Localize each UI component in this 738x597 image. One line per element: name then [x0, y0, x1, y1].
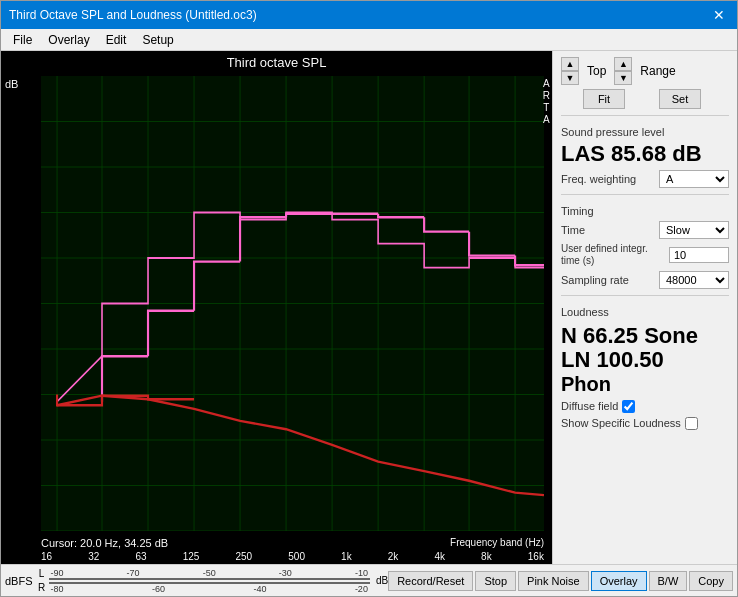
phon-value: Phon: [561, 373, 729, 396]
time-select[interactable]: Slow Fast Impulse Peak: [659, 221, 729, 239]
menu-edit[interactable]: Edit: [98, 31, 135, 48]
right-panel: ▲ ▼ Top ▲ ▼ Range Fit Set Sound pressure…: [552, 51, 737, 564]
fit-button[interactable]: Fit: [583, 89, 625, 109]
user-defined-input[interactable]: [669, 247, 729, 263]
bottom-buttons: Record/Reset Stop Pink Noise Overlay B/W…: [388, 571, 733, 591]
r-meter-bar: [49, 582, 370, 584]
divider-1: [561, 115, 729, 116]
menu-file[interactable]: File: [5, 31, 40, 48]
sampling-rate-select[interactable]: 48000 44100 96000: [659, 271, 729, 289]
sampling-rate-label: Sampling rate: [561, 274, 629, 286]
db-unit-label: dB: [376, 575, 388, 586]
range-nav-group: ▲ ▼: [614, 57, 632, 85]
timing-section-label: Timing: [561, 205, 729, 217]
status-bar: dBFS L -90 -70 -50 -30 -10 R: [1, 564, 737, 596]
user-defined-label: User defined integr. time (s): [561, 243, 651, 267]
level-meter-container: L -90 -70 -50 -30 -10 R: [37, 568, 370, 594]
freq-axis: 16 32 63 125 250 500 1k 2k 4k 8k 16k: [41, 551, 544, 562]
menu-bar: File Overlay Edit Setup: [1, 29, 737, 51]
nav-controls-row: ▲ ▼ Top ▲ ▼ Range: [561, 57, 729, 85]
diffuse-field-label: Diffuse field: [561, 400, 618, 412]
l-meter-bar: [49, 578, 370, 580]
record-reset-button[interactable]: Record/Reset: [388, 571, 473, 591]
divider-3: [561, 295, 729, 296]
cursor-info: Cursor: 20.0 Hz, 34.25 dB Frequency band…: [41, 535, 544, 551]
spl-section-label: Sound pressure level: [561, 126, 729, 138]
r-channel-label: R: [37, 582, 47, 593]
spl-value: LAS 85.68 dB: [561, 142, 729, 166]
top-down-button[interactable]: ▼: [561, 71, 579, 85]
chart-bottom: Cursor: 20.0 Hz, 34.25 dB Frequency band…: [1, 535, 552, 564]
chart-title: Third octave SPL: [1, 51, 552, 72]
title-bar: Third Octave SPL and Loudness (Untitled.…: [1, 1, 737, 29]
freq-weighting-select[interactable]: A C Z: [659, 170, 729, 188]
user-defined-row: User defined integr. time (s): [561, 243, 729, 267]
time-label: Time: [561, 224, 585, 236]
freq-weighting-row: Freq. weighting A C Z: [561, 170, 729, 188]
chart-area: Third octave SPL dB ARTA: [1, 51, 552, 564]
n-value: N 66.25 Sone: [561, 324, 729, 348]
close-button[interactable]: ✕: [709, 7, 729, 23]
chart-container: dB ARTA: [1, 72, 552, 535]
time-row: Time Slow Fast Impulse Peak: [561, 221, 729, 239]
menu-overlay[interactable]: Overlay: [40, 31, 97, 48]
top-up-button[interactable]: ▲: [561, 57, 579, 71]
freq-band-label: Frequency band (Hz): [450, 537, 544, 549]
l-meter-row: L -90 -70 -50 -30 -10: [37, 568, 370, 580]
main-content: Third octave SPL dB ARTA: [1, 51, 737, 564]
show-specific-loudness-checkbox[interactable]: [685, 417, 698, 430]
ln-value: LN 100.50: [561, 348, 729, 372]
bw-button[interactable]: B/W: [649, 571, 688, 591]
main-window: Third Octave SPL and Loudness (Untitled.…: [0, 0, 738, 597]
overlay-button[interactable]: Overlay: [591, 571, 647, 591]
diffuse-field-row: Diffuse field: [561, 400, 729, 413]
top-nav-group: ▲ ▼: [561, 57, 579, 85]
window-title: Third Octave SPL and Loudness (Untitled.…: [9, 8, 257, 22]
range-up-button[interactable]: ▲: [614, 57, 632, 71]
dbfs-label: dBFS: [5, 575, 33, 587]
copy-button[interactable]: Copy: [689, 571, 733, 591]
l-channel-label: L: [37, 568, 47, 579]
show-specific-loudness-label: Show Specific Loudness: [561, 417, 681, 429]
freq-weighting-label: Freq. weighting: [561, 173, 636, 185]
db-axis-label: dB: [5, 78, 18, 90]
loudness-section-label: Loudness: [561, 306, 729, 318]
range-down-button[interactable]: ▼: [614, 71, 632, 85]
r-meter-row: R -80 -60 -40 -20: [37, 582, 370, 594]
set-button[interactable]: Set: [659, 89, 701, 109]
sampling-rate-row: Sampling rate 48000 44100 96000: [561, 271, 729, 289]
fit-set-row: Fit Set: [561, 89, 729, 109]
arta-label: ARTA: [543, 78, 550, 126]
range-label: Range: [640, 64, 675, 78]
menu-setup[interactable]: Setup: [134, 31, 181, 48]
loudness-values: N 66.25 Sone LN 100.50 Phon: [561, 324, 729, 395]
stop-button[interactable]: Stop: [475, 571, 516, 591]
pink-noise-button[interactable]: Pink Noise: [518, 571, 589, 591]
diffuse-field-checkbox[interactable]: [622, 400, 635, 413]
chart-svg: 100.0 90.0 80.0 70.0 60.0 50.0 40.0 30.0…: [41, 76, 544, 531]
divider-2: [561, 194, 729, 195]
cursor-text: Cursor: 20.0 Hz, 34.25 dB: [41, 537, 168, 549]
top-label: Top: [587, 64, 606, 78]
show-specific-loudness-row: Show Specific Loudness: [561, 417, 729, 430]
